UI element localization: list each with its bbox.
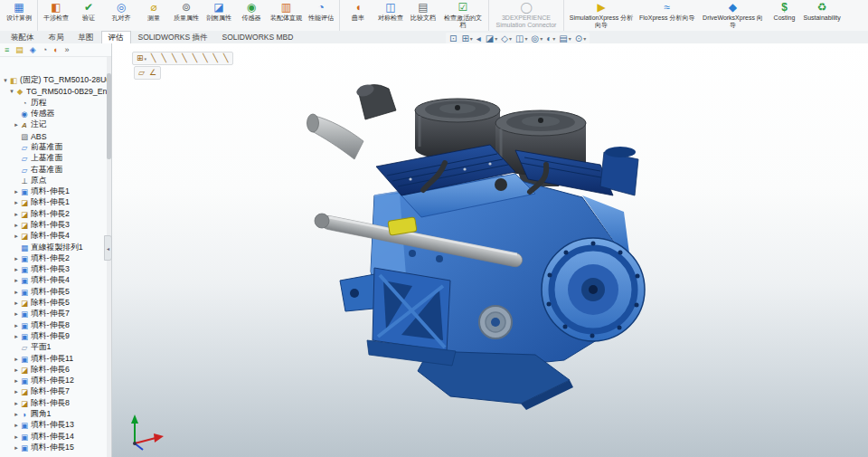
verify-button[interactable]: 验证 [72, 0, 105, 31]
tree-item[interactable]: 除料-伸長2 [0, 209, 111, 220]
floxpress-wizard-button[interactable]: FloXpress 分析向导 [637, 0, 697, 31]
propertymanager-tab[interactable] [15, 44, 24, 55]
design-study-button[interactable]: 设计算例 [3, 0, 35, 31]
tree-item[interactable]: 填料-伸長2 [0, 253, 111, 264]
configurationmanager-tab[interactable] [30, 44, 36, 55]
section-view-button[interactable]: ▾ [484, 33, 499, 44]
expand-arrow-icon[interactable] [13, 188, 20, 195]
expand-arrow-icon[interactable] [13, 199, 20, 206]
tree-item[interactable]: TG_RM5010-0B29_Engine! [0, 86, 111, 97]
tree-item[interactable]: 除料-伸長8 [0, 398, 111, 409]
tree-item[interactable]: 历程 [0, 98, 111, 109]
tab-layout[interactable]: 布局 [42, 31, 71, 43]
tree-item[interactable]: 填料-伸長11 [0, 353, 111, 364]
tab-overflow-button[interactable] [65, 44, 70, 55]
tree-item[interactable]: 除料-伸長6 [0, 365, 111, 376]
assembly-visualization-button[interactable]: 装配体直观 [268, 0, 305, 31]
intake-horn[interactable] [307, 114, 364, 159]
expand-arrow-icon[interactable] [13, 310, 20, 318]
tree-item[interactable]: 填料-伸長13 [0, 420, 111, 431]
tree-item[interactable]: 传感器 [0, 109, 111, 119]
tree-item[interactable]: 注记 [0, 119, 111, 130]
symmetry-check-button[interactable]: 对称检查 [374, 0, 407, 31]
expand-arrow-icon[interactable] [13, 211, 20, 218]
driveworksxpress-wizard-button[interactable]: DriveWorksXpress 向导 [697, 0, 768, 31]
section-properties-button[interactable]: 剖面属性 [203, 0, 235, 31]
expand-arrow-icon[interactable] [13, 233, 20, 240]
tree-item[interactable]: 前基准面 [0, 142, 111, 153]
apply-scene-button[interactable]: ▾ [557, 33, 572, 44]
sustainability-button[interactable]: Sustainability [800, 0, 843, 31]
compare-documents-button[interactable]: 比较文档 [407, 0, 439, 31]
tree-item[interactable]: 填料-伸長7 [0, 309, 111, 319]
expand-arrow-icon[interactable] [13, 388, 20, 395]
expand-arrow-icon[interactable] [13, 277, 20, 284]
quick-tool-button[interactable]: ▾ [135, 53, 148, 63]
view-settings-button[interactable]: ▾ [573, 33, 588, 44]
front-mount-bracket[interactable] [340, 268, 456, 366]
expand-arrow-icon[interactable] [13, 121, 20, 129]
expand-arrow-icon[interactable] [13, 367, 20, 374]
tree-item[interactable]: (固定) TG_RM5010-28U05_MA [0, 75, 111, 86]
expand-arrow-icon[interactable] [13, 411, 20, 418]
tree-item[interactable]: 直線複製排列1 [0, 242, 111, 252]
tree-item[interactable]: 除料-伸長7 [0, 386, 111, 397]
tree-item[interactable]: 填料-伸長5 [0, 287, 111, 298]
tree-item[interactable]: 除料-伸長1 [0, 197, 111, 208]
tree-item[interactable]: 填料-伸長4 [0, 275, 111, 286]
quick-tool-button[interactable] [222, 53, 231, 63]
expand-arrow-icon[interactable] [13, 222, 20, 229]
expand-arrow-icon[interactable] [13, 333, 20, 340]
tree-item[interactable]: 填料-伸長9 [0, 331, 111, 342]
tree-item[interactable]: 除料-伸長5 [0, 298, 111, 309]
featuremanager-tab[interactable] [5, 44, 9, 55]
check-active-document-button[interactable]: 检查激活的文档 [439, 0, 486, 31]
measure-button[interactable]: 测量 [137, 0, 170, 31]
quick-tool-button[interactable] [201, 53, 210, 63]
tab-solidworks-addins[interactable]: SOLIDWORKS 插件 [131, 31, 215, 43]
expand-arrow-icon[interactable] [13, 289, 20, 296]
tree-item[interactable]: 原点 [0, 176, 111, 186]
tree-item[interactable]: ABS [0, 130, 111, 141]
sensor-button[interactable]: 传感器 [235, 0, 268, 31]
panel-collapse-handle[interactable] [104, 235, 112, 261]
expand-arrow-icon[interactable] [2, 77, 9, 84]
tree-item[interactable]: 填料-伸長1 [0, 186, 111, 197]
expand-arrow-icon[interactable] [13, 444, 20, 452]
quick-tool-button[interactable] [191, 53, 200, 63]
engine-3d-model[interactable] [112, 43, 868, 457]
expand-arrow-icon[interactable] [13, 400, 20, 407]
zoom-area-button[interactable]: ▾ [459, 33, 474, 44]
display-style-button[interactable]: ▾ [514, 33, 529, 44]
tab-sketch[interactable]: 草图 [71, 31, 101, 43]
expand-arrow-icon[interactable] [8, 88, 15, 95]
tree-item[interactable]: 右基准面 [0, 164, 111, 175]
tree-item[interactable]: 填料-伸長14 [0, 432, 111, 443]
tree-item[interactable]: 平面1 [0, 342, 111, 353]
hole-alignment-button[interactable]: 孔对齐 [105, 0, 137, 31]
quick-tool-button[interactable] [212, 53, 221, 63]
hide-show-items-button[interactable]: ▾ [529, 33, 544, 44]
edit-appearance-button[interactable]: ▾ [544, 33, 557, 44]
dimxpertmanager-tab[interactable] [42, 44, 47, 55]
tree-scrollbar-thumb[interactable] [107, 73, 111, 159]
expand-arrow-icon[interactable] [13, 356, 20, 363]
tree-item[interactable]: 填料-伸長3 [0, 264, 111, 275]
interference-check-button[interactable]: 干涉检查 [37, 0, 72, 31]
expand-arrow-icon[interactable] [13, 422, 20, 429]
quick-tool-button[interactable] [159, 53, 168, 63]
tab-evaluate[interactable]: 评估 [101, 31, 131, 43]
air-inlet-elbow[interactable] [355, 82, 396, 119]
quick-tool-button[interactable] [180, 53, 189, 63]
quick-tool-button[interactable] [149, 53, 158, 63]
tree-item[interactable]: 填料-伸長12 [0, 376, 111, 386]
zoom-fit-button[interactable] [448, 33, 459, 44]
mass-properties-button[interactable]: 质量属性 [170, 0, 203, 31]
tree-item[interactable]: 上基准面 [0, 153, 111, 164]
expand-arrow-icon[interactable] [13, 377, 20, 385]
mini-tool-button-1[interactable] [137, 68, 146, 78]
flywheel-housing[interactable] [542, 238, 645, 341]
mini-tool-button-2[interactable] [147, 68, 158, 78]
tree-item[interactable]: 除料-伸長4 [0, 231, 111, 242]
quick-tool-button[interactable] [170, 53, 179, 63]
